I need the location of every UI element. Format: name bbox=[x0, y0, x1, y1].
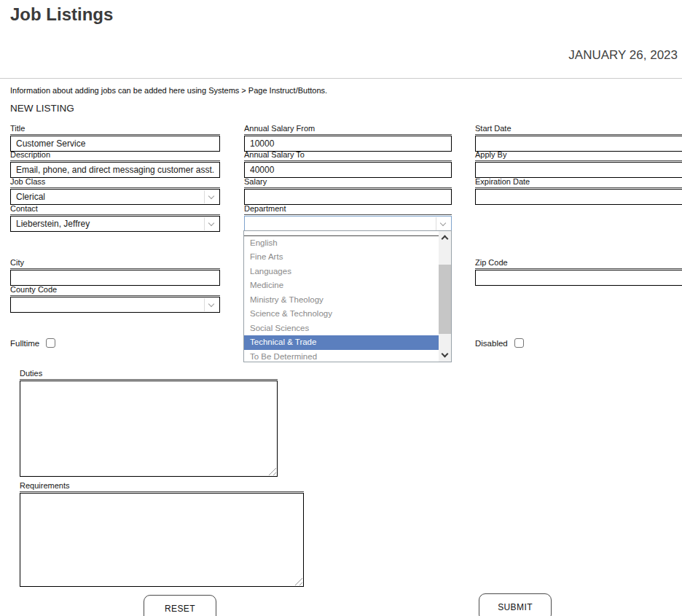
contact-select[interactable]: Lieberstein, Jeffrey bbox=[10, 216, 220, 232]
start-date-field: Start Date bbox=[475, 125, 682, 152]
city-label: City bbox=[10, 259, 220, 269]
department-dropdown-list: EducationEnglishFine ArtsLanguagesMedici… bbox=[243, 230, 452, 362]
zip-code-input[interactable] bbox=[475, 270, 682, 286]
dropdown-option[interactable]: English bbox=[244, 236, 439, 251]
description-field: Description bbox=[10, 151, 220, 178]
annual-salary-to-label: Annual Salary To bbox=[244, 151, 452, 161]
apply-by-input[interactable] bbox=[475, 162, 682, 178]
fulltime-row: Fulltime bbox=[10, 338, 55, 348]
description-input[interactable] bbox=[10, 162, 220, 178]
apply-by-field: Apply By bbox=[475, 151, 682, 178]
dropdown-option[interactable]: Medicine bbox=[244, 278, 439, 293]
dropdown-option[interactable]: Fine Arts bbox=[244, 250, 439, 265]
reset-button[interactable]: RESET bbox=[144, 595, 216, 616]
dropdown-option[interactable]: To Be Determined bbox=[244, 350, 439, 363]
expiration-date-label: Expiration Date bbox=[475, 178, 682, 188]
county-code-label: County Code bbox=[10, 286, 220, 296]
department-label: Department bbox=[244, 205, 452, 215]
job-class-selected-value: Clerical bbox=[16, 190, 45, 204]
duties-field: Duties bbox=[20, 370, 278, 477]
requirements-textarea[interactable] bbox=[20, 493, 304, 587]
scroll-up-button[interactable] bbox=[439, 231, 451, 243]
city-input[interactable] bbox=[10, 270, 220, 286]
zip-code-field: Zip Code bbox=[475, 259, 682, 286]
title-input[interactable] bbox=[10, 136, 220, 152]
fulltime-checkbox[interactable] bbox=[46, 338, 55, 348]
job-class-select[interactable]: Clerical bbox=[10, 189, 220, 205]
salary-field: Salary bbox=[244, 178, 452, 205]
dropdown-option[interactable]: Ministry & Theology bbox=[244, 293, 439, 308]
dropdown-option[interactable]: Languages bbox=[244, 265, 439, 279]
page-title: Job Listings bbox=[10, 4, 113, 25]
chevron-down-icon bbox=[208, 193, 214, 199]
contact-selected-value: Lieberstein, Jeffrey bbox=[16, 217, 90, 231]
page-date: JANUARY 26, 2023 bbox=[568, 48, 678, 63]
requirements-field: Requirements bbox=[20, 482, 304, 587]
annual-salary-to-input[interactable] bbox=[244, 162, 452, 178]
city-field: City bbox=[10, 259, 220, 286]
expiration-date-input[interactable] bbox=[475, 189, 682, 205]
page-instructions: Information about adding jobs can be add… bbox=[10, 86, 327, 95]
apply-by-label: Apply By bbox=[475, 151, 682, 161]
expiration-date-field: Expiration Date bbox=[475, 178, 682, 205]
contact-label: Contact bbox=[10, 205, 220, 215]
chevron-down-icon bbox=[440, 220, 446, 226]
header-divider bbox=[0, 78, 682, 79]
job-class-field: Job Class Clerical bbox=[10, 178, 220, 205]
chevron-down-icon bbox=[208, 301, 214, 307]
chevron-up-icon bbox=[442, 235, 449, 243]
annual-salary-to-field: Annual Salary To bbox=[244, 151, 452, 178]
annual-salary-from-label: Annual Salary From bbox=[244, 125, 452, 135]
contact-field: Contact Lieberstein, Jeffrey bbox=[10, 205, 220, 232]
chevron-down-icon bbox=[442, 351, 449, 358]
dropdown-option[interactable]: Social Sciences bbox=[244, 321, 439, 336]
start-date-input[interactable] bbox=[475, 136, 682, 152]
chevron-down-icon bbox=[208, 220, 214, 226]
job-class-label: Job Class bbox=[10, 178, 220, 188]
dropdown-option[interactable]: Science & Technology bbox=[244, 307, 439, 321]
title-field: Title bbox=[10, 125, 220, 152]
requirements-label: Requirements bbox=[20, 482, 304, 492]
department-select[interactable] bbox=[244, 216, 452, 232]
department-field: Department bbox=[244, 205, 452, 232]
dropdown-scrollbar[interactable] bbox=[439, 231, 451, 362]
description-label: Description bbox=[10, 151, 220, 161]
scrollbar-thumb[interactable] bbox=[439, 265, 451, 334]
zip-code-label: Zip Code bbox=[475, 259, 682, 269]
duties-label: Duties bbox=[20, 370, 278, 380]
scroll-down-button[interactable] bbox=[439, 349, 451, 362]
job-listings-page: Job Listings JANUARY 26, 2023 Informatio… bbox=[0, 0, 682, 616]
dropdown-option[interactable]: Technical & Trade bbox=[244, 335, 439, 350]
section-heading: NEW LISTING bbox=[10, 103, 74, 114]
county-code-select[interactable] bbox=[10, 297, 220, 313]
title-label: Title bbox=[10, 125, 220, 135]
dropdown-clip-line bbox=[244, 235, 451, 236]
salary-label: Salary bbox=[244, 178, 452, 188]
fulltime-label: Fulltime bbox=[10, 339, 39, 348]
start-date-label: Start Date bbox=[475, 125, 682, 135]
duties-textarea[interactable] bbox=[20, 381, 278, 477]
annual-salary-from-field: Annual Salary From bbox=[244, 125, 452, 152]
annual-salary-from-input[interactable] bbox=[244, 136, 452, 152]
disabled-label: Disabled bbox=[475, 339, 508, 348]
county-code-field: County Code bbox=[10, 286, 220, 313]
disabled-row: Disabled bbox=[475, 338, 524, 348]
disabled-checkbox[interactable] bbox=[514, 338, 524, 348]
department-options: EducationEnglishFine ArtsLanguagesMedici… bbox=[244, 230, 439, 362]
submit-button[interactable]: SUBMIT bbox=[479, 593, 552, 616]
salary-input[interactable] bbox=[244, 189, 452, 205]
